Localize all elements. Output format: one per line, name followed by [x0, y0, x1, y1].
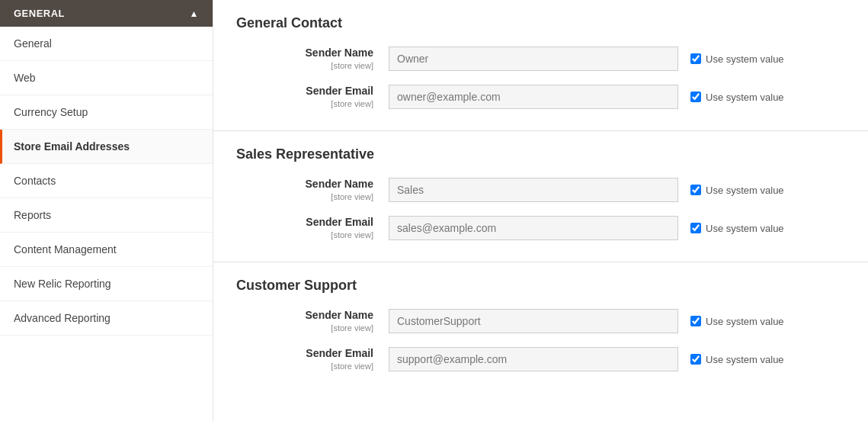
section-general-contact: General ContactSender Name[store view]Us… [213, 0, 868, 131]
label-wrap-cs-sender-email: Sender Email[store view] [236, 347, 389, 371]
system-value-checkbox-cs-sender-email[interactable] [690, 354, 701, 365]
sidebar-item-contacts[interactable]: Contacts [0, 164, 213, 198]
field-label-sr-sender-email: Sender Email [236, 216, 373, 228]
field-sublabel-sr-sender-name: [store view] [331, 192, 373, 201]
sidebar-item-general[interactable]: General [0, 27, 213, 61]
form-row-cs-sender-email: Sender Email[store view]Use system value [236, 347, 845, 371]
system-value-checkbox-sr-sender-email[interactable] [690, 223, 701, 233]
input-gc-sender-email[interactable] [389, 85, 678, 109]
sidebar-item-store-email-addresses[interactable]: Store Email Addresses [0, 130, 213, 164]
sidebar-item-reports[interactable]: Reports [0, 198, 213, 233]
field-sublabel-sr-sender-email: [store view] [331, 230, 373, 239]
field-sublabel-gc-sender-name: [store view] [331, 61, 373, 70]
section-title-customer-support: Customer Support [236, 278, 845, 294]
field-sublabel-cs-sender-email: [store view] [331, 362, 373, 371]
system-value-wrap-gc-sender-name: Use system value [690, 53, 784, 65]
input-cs-sender-email[interactable] [389, 347, 678, 371]
input-gc-sender-name[interactable] [389, 47, 678, 71]
field-label-cs-sender-name: Sender Name [236, 309, 373, 321]
sidebar-item-new-relic-reporting[interactable]: New Relic Reporting [0, 267, 213, 301]
sidebar-item-advanced-reporting[interactable]: Advanced Reporting [0, 301, 213, 336]
input-cs-sender-name[interactable] [389, 309, 678, 333]
field-label-gc-sender-name: Sender Name [236, 47, 373, 59]
system-value-label-sr-sender-email: Use system value [706, 223, 784, 234]
system-value-checkbox-gc-sender-email[interactable] [690, 92, 701, 102]
label-wrap-gc-sender-name: Sender Name[store view] [236, 47, 389, 71]
system-value-wrap-cs-sender-name: Use system value [690, 316, 784, 327]
system-value-label-gc-sender-name: Use system value [706, 53, 784, 65]
sidebar-header-label: General [14, 8, 65, 19]
label-wrap-cs-sender-name: Sender Name[store view] [236, 309, 389, 333]
field-label-sr-sender-name: Sender Name [236, 178, 373, 190]
section-customer-support: Customer SupportSender Name[store view]U… [213, 262, 868, 393]
form-row-cs-sender-name: Sender Name[store view]Use system value [236, 309, 845, 333]
input-sr-sender-email[interactable] [389, 216, 678, 240]
system-value-checkbox-gc-sender-name[interactable] [690, 53, 701, 64]
input-sr-sender-name[interactable] [389, 178, 678, 202]
sidebar: General ▲ GeneralWebCurrency SetupStore … [0, 0, 213, 421]
field-sublabel-cs-sender-name: [store view] [331, 323, 373, 333]
form-row-sr-sender-name: Sender Name[store view]Use system value [236, 178, 845, 202]
system-value-checkbox-cs-sender-name[interactable] [690, 316, 701, 326]
chevron-up-icon: ▲ [190, 8, 199, 19]
form-row-gc-sender-email: Sender Email[store view]Use system value [236, 85, 845, 109]
system-value-wrap-sr-sender-name: Use system value [690, 185, 784, 196]
system-value-label-cs-sender-name: Use system value [706, 316, 784, 327]
label-wrap-gc-sender-email: Sender Email[store view] [236, 85, 389, 109]
field-label-cs-sender-email: Sender Email [236, 347, 373, 359]
label-wrap-sr-sender-name: Sender Name[store view] [236, 178, 389, 202]
section-title-sales-representative: Sales Representative [236, 146, 845, 162]
system-value-checkbox-sr-sender-name[interactable] [690, 185, 701, 195]
system-value-label-sr-sender-name: Use system value [706, 185, 784, 196]
form-row-sr-sender-email: Sender Email[store view]Use system value [236, 216, 845, 240]
system-value-wrap-sr-sender-email: Use system value [690, 223, 784, 234]
sidebar-item-currency-setup[interactable]: Currency Setup [0, 95, 213, 130]
sidebar-item-content-management[interactable]: Content Management [0, 233, 213, 267]
system-value-label-cs-sender-email: Use system value [706, 354, 784, 365]
sidebar-item-web[interactable]: Web [0, 61, 213, 95]
form-row-gc-sender-name: Sender Name[store view]Use system value [236, 47, 845, 71]
system-value-wrap-cs-sender-email: Use system value [690, 354, 784, 365]
section-sales-representative: Sales RepresentativeSender Name[store vi… [213, 131, 868, 262]
sidebar-section-general[interactable]: General ▲ [0, 0, 213, 27]
label-wrap-sr-sender-email: Sender Email[store view] [236, 216, 389, 240]
system-value-wrap-gc-sender-email: Use system value [690, 92, 784, 103]
field-sublabel-gc-sender-email: [store view] [331, 99, 373, 108]
field-label-gc-sender-email: Sender Email [236, 85, 373, 97]
main-content: General ContactSender Name[store view]Us… [213, 0, 868, 421]
section-title-general-contact: General Contact [236, 15, 845, 31]
system-value-label-gc-sender-email: Use system value [706, 92, 784, 103]
